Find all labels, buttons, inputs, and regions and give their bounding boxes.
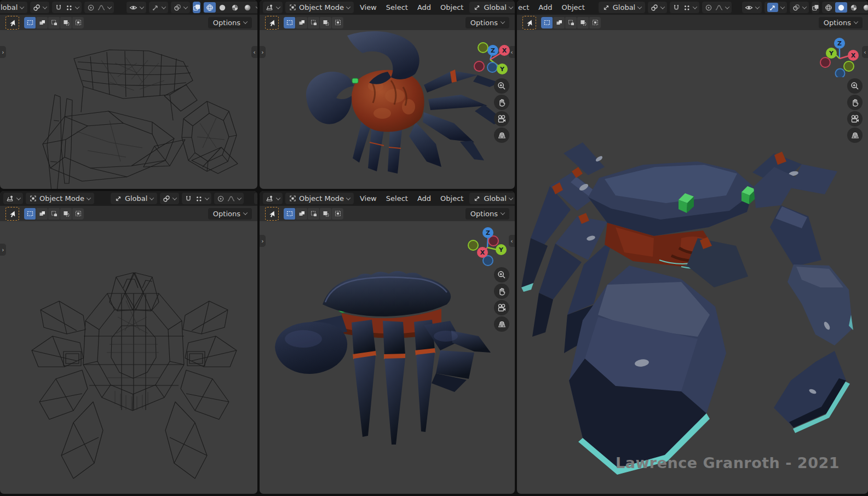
- collapse-sidebar-tab[interactable]: ‹: [251, 46, 257, 58]
- zoom-button[interactable]: [494, 267, 509, 282]
- snap-group[interactable]: [670, 2, 699, 13]
- editor-type-dropdown[interactable]: [3, 193, 23, 204]
- camera-view-button[interactable]: [494, 111, 509, 126]
- perspective-toggle-button[interactable]: [847, 128, 863, 143]
- select-mode-invert-button[interactable]: [320, 17, 331, 28]
- axis-gizmo[interactable]: Z X Y: [469, 38, 511, 79]
- select-mode-invert-button[interactable]: [60, 208, 72, 220]
- select-mode-intersect-button[interactable]: [72, 208, 84, 220]
- mode-dropdown[interactable]: Object Mode: [285, 2, 354, 13]
- menu-select[interactable]: Select: [383, 3, 411, 11]
- overlays-dropdown[interactable]: [790, 2, 809, 13]
- menu-select[interactable]: Select: [383, 194, 411, 203]
- menu-view[interactable]: View: [357, 3, 380, 11]
- select-mode-new-button[interactable]: [24, 17, 36, 28]
- viewport-canvas[interactable]: › ‹: [260, 30, 515, 189]
- options-button[interactable]: Options: [208, 17, 252, 28]
- menu-add[interactable]: Add: [535, 3, 555, 11]
- snap-group[interactable]: [52, 2, 82, 13]
- select-mode-intersect-button[interactable]: [72, 17, 84, 28]
- proportional-edit-group[interactable]: [84, 2, 114, 13]
- expand-toolbar-tab[interactable]: ›: [0, 46, 6, 58]
- snap-group[interactable]: [182, 193, 211, 204]
- orientation-dropdown[interactable]: Global: [599, 2, 645, 13]
- xray-toggle[interactable]: [193, 2, 200, 13]
- pan-button[interactable]: [847, 95, 863, 110]
- mode-dropdown[interactable]: Object Mode: [285, 193, 354, 204]
- select-mode-new-button[interactable]: [24, 208, 36, 220]
- visibility-dropdown[interactable]: [254, 193, 257, 204]
- gizmos-dropdown[interactable]: [764, 2, 787, 13]
- select-mode-new-button[interactable]: [284, 17, 295, 28]
- active-tool-button[interactable]: [5, 16, 19, 30]
- editor-type-dropdown[interactable]: [263, 2, 283, 13]
- menu-object[interactable]: Object: [437, 194, 467, 203]
- shading-wireframe-button[interactable]: [204, 2, 216, 13]
- shading-solid-button[interactable]: [216, 2, 228, 13]
- pan-button[interactable]: [494, 284, 509, 299]
- zoom-button[interactable]: [494, 78, 509, 94]
- shading-solid-button[interactable]: [835, 2, 847, 13]
- pan-button[interactable]: [494, 95, 509, 110]
- editor-type-dropdown[interactable]: [263, 193, 283, 204]
- active-tool-button[interactable]: [265, 207, 279, 221]
- options-button[interactable]: Options: [465, 17, 509, 28]
- select-mode-new-button[interactable]: [284, 208, 295, 220]
- menu-view[interactable]: View: [357, 194, 380, 203]
- menu-add[interactable]: Add: [414, 3, 434, 11]
- viewport-wireframe-side[interactable]: lobal: [0, 0, 257, 189]
- select-mode-new-button[interactable]: [541, 17, 553, 28]
- zoom-button[interactable]: [847, 78, 863, 94]
- select-mode-invert-button[interactable]: [577, 17, 589, 28]
- menu-add[interactable]: Add: [414, 194, 434, 203]
- select-mode-extend-button[interactable]: [296, 17, 307, 28]
- viewport-canvas[interactable]: › ‹: [0, 30, 257, 189]
- select-mode-extend-button[interactable]: [296, 208, 307, 220]
- camera-view-button[interactable]: [494, 300, 509, 315]
- select-mode-invert-button[interactable]: [60, 17, 72, 28]
- shading-material-button[interactable]: [848, 2, 860, 13]
- mode-dropdown[interactable]: Object Mode: [26, 193, 94, 204]
- pivot-point-dropdown[interactable]: [30, 2, 49, 13]
- crab-wireframe-side[interactable]: [0, 30, 257, 189]
- expand-toolbar-tab[interactable]: ›: [0, 244, 6, 256]
- xray-toggle[interactable]: [812, 2, 819, 13]
- select-mode-extend-button[interactable]: [36, 208, 48, 220]
- menu-object[interactable]: Object: [437, 3, 467, 11]
- orientation-dropdown[interactable]: Global: [469, 2, 515, 13]
- proportional-edit-group[interactable]: [702, 2, 732, 13]
- shading-rendered-button[interactable]: [860, 2, 868, 13]
- viewport-wireframe-front[interactable]: Object Mode Global: [0, 191, 257, 494]
- axis-gizmo[interactable]: Z Y X: [819, 36, 860, 77]
- select-mode-intersect-button[interactable]: [332, 17, 343, 28]
- gizmos-dropdown[interactable]: [149, 2, 168, 13]
- overlays-dropdown[interactable]: [171, 2, 190, 13]
- expand-toolbar-tab[interactable]: ›: [260, 235, 266, 247]
- viewport-canvas[interactable]: ›: [0, 221, 257, 494]
- viewport-canvas[interactable]: › ‹: [260, 221, 515, 494]
- options-button[interactable]: Options: [819, 17, 863, 28]
- select-mode-subtract-button[interactable]: [48, 17, 60, 28]
- select-mode-intersect-button[interactable]: [589, 17, 601, 28]
- pivot-point-dropdown[interactable]: [648, 2, 667, 13]
- orientation-dropdown[interactable]: Global: [111, 193, 157, 204]
- orientation-dropdown[interactable]: Global: [469, 193, 515, 204]
- viewport-shaded-front[interactable]: Object Mode View Select Add Object Globa…: [260, 191, 515, 494]
- shading-rendered-button[interactable]: [242, 2, 254, 13]
- viewport-render-large[interactable]: ect Add Object Global: [517, 0, 868, 494]
- shading-material-button[interactable]: [229, 2, 241, 13]
- viewport-shaded-top[interactable]: Object Mode View Select Add Object Globa…: [260, 0, 515, 189]
- active-tool-button[interactable]: [522, 16, 536, 30]
- viewport-canvas[interactable]: ‹: [517, 30, 868, 494]
- active-tool-button[interactable]: [5, 207, 19, 221]
- select-mode-subtract-button[interactable]: [48, 208, 60, 220]
- expand-toolbar-tab[interactable]: ›: [260, 46, 266, 58]
- shading-wireframe-button[interactable]: [823, 2, 835, 13]
- menu-object[interactable]: Object: [558, 3, 588, 11]
- select-mode-subtract-button[interactable]: [565, 17, 577, 28]
- menu-select-clipped[interactable]: ect: [517, 3, 532, 11]
- active-tool-button[interactable]: [265, 16, 279, 30]
- select-mode-intersect-button[interactable]: [332, 208, 343, 220]
- crab-render-flat[interactable]: [517, 30, 868, 494]
- collapse-sidebar-tab[interactable]: ‹: [862, 46, 868, 58]
